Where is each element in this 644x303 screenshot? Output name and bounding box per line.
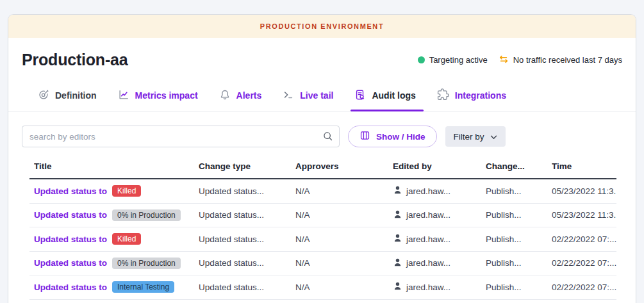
environment-card: PRODUCTION ENVIRONMENT Production-aa Tar… xyxy=(8,14,636,303)
metrics-chart-icon xyxy=(118,89,129,102)
row-editor-name: jared.haw... xyxy=(406,258,450,268)
row-edited-by: jared.haw... xyxy=(393,209,486,221)
row-approvers: N/A xyxy=(295,234,393,244)
tab-label: Metrics impact xyxy=(135,90,198,101)
row-change-type: Updated status... xyxy=(199,210,295,220)
row-change-type: Updated status... xyxy=(199,234,295,244)
search-icon xyxy=(322,131,333,144)
column-header-title: Title xyxy=(34,161,199,171)
table-header: Title Change type Approvers Edited by Ch… xyxy=(29,158,616,179)
row-approvers: N/A xyxy=(295,210,393,220)
tab-alerts[interactable]: Alerts xyxy=(219,88,262,111)
row-change: Publish... xyxy=(486,258,552,268)
row-time: 05/23/2022 11:3... xyxy=(552,210,616,220)
bell-icon xyxy=(219,89,231,102)
table-row[interactable]: Updated status to 0% in Production Updat… xyxy=(29,204,616,228)
row-title-link[interactable]: Updated status to xyxy=(34,186,107,196)
row-editor-name: jared.haw... xyxy=(406,186,450,196)
tab-label: Integrations xyxy=(455,90,506,101)
person-icon xyxy=(393,281,402,293)
row-time: 05/23/2022 11:3... xyxy=(552,186,616,196)
status-group: Targeting active No traffic received las… xyxy=(418,55,622,65)
targeting-status: Targeting active xyxy=(418,55,488,65)
row-time: 02/22/2022 07:... xyxy=(552,283,616,292)
tab-live-tail[interactable]: Live tail xyxy=(283,88,333,111)
tab-bar: Definition Metrics impact Alerts xyxy=(8,77,636,111)
tab-label: Audit logs xyxy=(372,90,415,101)
table-row[interactable]: Updated status to 0% in Production Updat… xyxy=(29,252,616,276)
tab-metrics-impact[interactable]: Metrics impact xyxy=(118,88,198,111)
audit-toolbar: Show / Hide Filter by xyxy=(22,126,622,147)
show-hide-button[interactable]: Show / Hide xyxy=(348,126,437,147)
status-badge: Internal Testing xyxy=(112,281,174,293)
row-editor-name: jared.haw... xyxy=(406,283,450,292)
page-header: Production-aa Targeting active No traffi… xyxy=(8,38,636,77)
column-header-change-type: Change type xyxy=(199,161,295,171)
tab-label: Alerts xyxy=(236,90,262,101)
row-approvers: N/A xyxy=(295,258,393,268)
green-dot-icon xyxy=(418,56,425,63)
row-edited-by: jared.haw... xyxy=(393,233,486,245)
person-icon xyxy=(393,233,402,245)
traffic-status: No traffic received last 7 days xyxy=(499,55,622,65)
definition-icon xyxy=(38,89,49,102)
tab-audit-logs[interactable]: Audit logs xyxy=(354,88,415,111)
column-header-time: Time xyxy=(552,161,616,171)
row-approvers: N/A xyxy=(295,283,393,292)
row-edited-by: jared.haw... xyxy=(393,281,486,293)
person-icon xyxy=(393,209,402,221)
status-badge: Killed xyxy=(112,185,141,197)
row-change: Publish... xyxy=(486,186,552,196)
row-time: 02/22/2022 07:... xyxy=(552,234,616,244)
row-change: Publish... xyxy=(486,234,552,244)
status-badge: Killed xyxy=(112,233,141,245)
filter-by-label: Filter by xyxy=(454,132,484,142)
search-input[interactable] xyxy=(22,126,340,147)
targeting-status-label: Targeting active xyxy=(429,55,488,65)
search-box xyxy=(22,126,340,147)
row-editor-name: jared.haw... xyxy=(406,234,450,244)
audit-log-table: Title Change type Approvers Edited by Ch… xyxy=(29,158,616,300)
status-badge: 0% in Production xyxy=(112,258,181,269)
show-hide-label: Show / Hide xyxy=(376,132,425,142)
filter-by-button[interactable]: Filter by xyxy=(445,126,506,147)
person-icon xyxy=(393,258,402,269)
tab-definition[interactable]: Definition xyxy=(38,88,97,111)
column-header-change: Change... xyxy=(486,161,552,171)
row-change-type: Updated status... xyxy=(199,258,295,268)
row-time: 02/22/2022 07:... xyxy=(552,258,616,268)
table-row[interactable]: Updated status to Internal Testing Updat… xyxy=(29,275,616,300)
terminal-icon xyxy=(283,89,294,102)
row-edited-by: jared.haw... xyxy=(393,258,486,269)
row-title-link[interactable]: Updated status to xyxy=(34,210,107,220)
page-title: Production-aa xyxy=(22,51,128,69)
swap-arrows-icon xyxy=(499,55,509,65)
tab-integrations[interactable]: Integrations xyxy=(437,88,506,111)
row-change-type: Updated status... xyxy=(199,186,295,196)
row-title-link[interactable]: Updated status to xyxy=(34,234,107,244)
table-row[interactable]: Updated status to Killed Updated status.… xyxy=(29,227,616,252)
tab-label: Live tail xyxy=(300,90,333,101)
row-approvers: N/A xyxy=(295,186,393,196)
person-icon xyxy=(393,185,402,197)
columns-icon xyxy=(359,130,370,143)
environment-banner-label: PRODUCTION ENVIRONMENT xyxy=(260,22,384,30)
traffic-status-label: No traffic received last 7 days xyxy=(513,55,622,65)
column-header-edited-by: Edited by xyxy=(393,161,486,171)
row-edited-by: jared.haw... xyxy=(393,185,486,197)
row-title-link[interactable]: Updated status to xyxy=(34,258,107,268)
row-change-type: Updated status... xyxy=(199,283,295,292)
puzzle-icon xyxy=(437,88,449,102)
tab-label: Definition xyxy=(55,90,97,101)
row-change: Publish... xyxy=(486,283,552,292)
table-row[interactable]: Updated status to Killed Updated status.… xyxy=(29,179,616,204)
audit-log-icon xyxy=(354,89,366,102)
row-title-link[interactable]: Updated status to xyxy=(34,283,107,292)
row-editor-name: jared.haw... xyxy=(406,210,450,220)
chevron-down-icon xyxy=(490,132,497,142)
environment-banner: PRODUCTION ENVIRONMENT xyxy=(8,15,636,38)
column-header-approvers: Approvers xyxy=(295,161,393,171)
status-badge: 0% in Production xyxy=(112,209,181,221)
row-change: Publish... xyxy=(486,210,552,220)
